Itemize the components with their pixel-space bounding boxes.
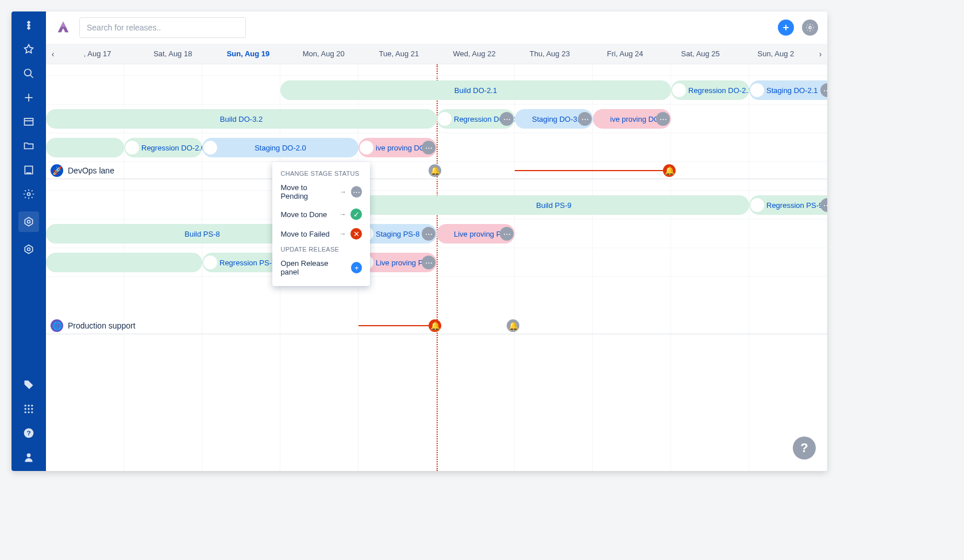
board-icon[interactable] <box>22 115 36 129</box>
help-icon[interactable]: ? <box>22 426 36 440</box>
stage-live-ps8[interactable]: Live proving PS-8⋯ <box>437 224 515 244</box>
search-input[interactable] <box>79 17 246 38</box>
more-icon[interactable]: ⋯ <box>578 112 592 126</box>
stage-label: Staging DO-2.0 <box>255 144 306 152</box>
more-icon[interactable]: ⋯ <box>422 141 435 155</box>
more-icon[interactable]: ⋯ <box>672 83 686 97</box>
date-cell[interactable]: Fri, Aug 24 <box>587 49 662 58</box>
stage-build-ps7-tail[interactable] <box>46 253 202 272</box>
star-icon[interactable] <box>22 43 36 56</box>
more-icon[interactable]: ⋯ <box>422 227 435 241</box>
page-icon[interactable] <box>22 163 36 177</box>
date-next-button[interactable]: › <box>813 49 827 59</box>
apps-icon[interactable] <box>22 402 36 416</box>
stage-label: Regression DO-2.1 <box>688 86 749 95</box>
more-icon[interactable]: ⋯ <box>656 112 670 126</box>
date-cell[interactable]: Mon, Aug 20 <box>286 49 361 58</box>
date-cell[interactable]: Sat, Aug 25 <box>663 49 738 58</box>
folder-icon[interactable] <box>22 139 36 153</box>
menu-label: Move to Done <box>280 210 327 219</box>
date-cell[interactable]: Wed, Aug 22 <box>437 49 512 58</box>
date-cell[interactable]: Thu, Aug 23 <box>512 49 587 58</box>
jira-icon[interactable] <box>22 18 36 32</box>
lane-prodsup[interactable]: 🌐 Production support 🔔 🔔 <box>46 317 827 334</box>
fail-icon: ✕ <box>438 112 452 126</box>
due-range <box>515 170 671 171</box>
date-cell[interactable]: Sun, Aug 2 <box>738 49 813 58</box>
svg-point-0 <box>25 69 32 76</box>
stage-reg-ps9[interactable]: ⋯Regression PS-9⋯ <box>749 195 827 215</box>
pending-icon: ⋯ <box>351 186 362 198</box>
pending-icon: ◷ <box>360 141 373 155</box>
more-icon[interactable]: ⋯ <box>500 227 514 241</box>
stage-build-do32[interactable]: Build DO-3.2 <box>46 109 437 129</box>
plus-icon: + <box>351 262 362 273</box>
fail-icon: ✕ <box>350 228 362 240</box>
svg-point-15 <box>31 405 33 407</box>
svg-point-10 <box>28 221 30 223</box>
stage-live-do20[interactable]: ◷ive proving DO-2.⋯ <box>358 138 437 157</box>
more-icon[interactable]: ⋯ <box>422 256 435 269</box>
date-cell[interactable]: Sun, Aug 19 <box>210 49 286 58</box>
lane-devops[interactable]: 🚀 DevOps lane 🔔 🔔 <box>46 162 827 179</box>
timeline[interactable]: Build DO-2.1 ⋯Regression DO-2.1 ⋯Staging… <box>46 64 827 471</box>
svg-point-14 <box>28 405 29 407</box>
more-icon[interactable]: ⋯ <box>750 198 764 212</box>
lane-label: DevOps lane <box>68 166 114 175</box>
date-prev-button[interactable]: ‹ <box>46 49 60 59</box>
stage-label: Staging DO-3.2 <box>532 115 584 123</box>
stage-live-do32[interactable]: ive proving DO-3.⋯ <box>593 109 671 129</box>
plus-icon[interactable] <box>22 91 36 105</box>
svg-point-24 <box>27 453 31 457</box>
context-menu: CHANGE STAGE STATUS Move to Pending→⋯ Mo… <box>272 162 370 286</box>
search-icon[interactable] <box>22 67 36 80</box>
date-header: ‹ , Aug 17Sat, Aug 18Sun, Aug 19Mon, Aug… <box>46 44 827 64</box>
stage-build-ps9[interactable]: Build PS-9 <box>358 195 749 215</box>
more-icon[interactable]: ⋯ <box>820 83 827 97</box>
row-ps7: ✓Regression PS-7 ✓Staging PS-7 ◷Live pro… <box>46 248 827 277</box>
date-cell[interactable]: Sat, Aug 18 <box>135 49 210 58</box>
more-icon[interactable]: ⋯ <box>500 112 514 126</box>
stage-stg-ps8[interactable]: ◷Staging PS-8⋯ <box>358 224 437 244</box>
hexagon-gear-icon-2[interactable] <box>22 242 36 256</box>
stage-reg-do20[interactable]: ✓Regression DO-2.0 <box>124 138 202 157</box>
stage-reg-do21[interactable]: ⋯Regression DO-2.1 <box>671 80 749 100</box>
stage-build-do21[interactable]: Build DO-2.1 <box>280 80 671 100</box>
stage-reg-do32[interactable]: ✕Regression DO-3.2⋯ <box>437 109 515 129</box>
stage-label: Staging DO-2.1 <box>766 86 818 95</box>
stage-stg-do21[interactable]: ⋯Staging DO-2.1⋯ <box>749 80 827 100</box>
avatar-icon[interactable] <box>22 450 36 464</box>
menu-move-done[interactable]: Move to Done→✓ <box>272 204 370 224</box>
menu-open-release[interactable]: Open Release panel+ <box>272 255 370 280</box>
add-button[interactable] <box>778 20 794 36</box>
gear-icon[interactable] <box>22 187 36 201</box>
bell-icon: 🔔 <box>507 319 519 332</box>
menu-label: Move to Pending <box>280 183 335 200</box>
stage-stg-do20[interactable]: ✓Staging DO-2.0 <box>202 138 358 157</box>
date-cell[interactable]: , Aug 17 <box>60 49 135 58</box>
stage-label: Regression PS-9 <box>766 201 823 210</box>
svg-point-27 <box>809 26 811 29</box>
stage-build-do20-tail[interactable] <box>46 138 124 157</box>
date-cell[interactable]: Tue, Aug 21 <box>361 49 437 58</box>
stage-stg-do32[interactable]: Staging DO-3.2⋯ <box>515 109 593 129</box>
settings-button[interactable] <box>802 20 818 36</box>
main-panel: ‹ , Aug 17Sat, Aug 18Sun, Aug 19Mon, Aug… <box>46 11 827 471</box>
stage-live-ps7[interactable]: ◷Live proving PS-7⋯ <box>358 253 437 272</box>
menu-move-failed[interactable]: Move to Failed→✕ <box>272 224 370 244</box>
stage-reg-ps7[interactable]: ✓Regression PS-7 <box>202 253 280 272</box>
svg-marker-11 <box>25 245 32 254</box>
app-logo-icon <box>55 20 71 36</box>
row-do32: Build DO-3.2 ✕Regression DO-3.2⋯ Staging… <box>46 105 827 133</box>
more-icon[interactable]: ⋯ <box>750 83 764 97</box>
topbar <box>46 11 827 44</box>
help-fab[interactable]: ? <box>793 437 816 459</box>
menu-move-pending[interactable]: Move to Pending→⋯ <box>272 179 370 204</box>
lane-label: Production support <box>68 321 136 330</box>
tag-icon[interactable] <box>22 378 36 392</box>
menu-label: Open Release panel <box>280 259 346 276</box>
stage-label: Build PS-8 <box>184 230 219 238</box>
hexagon-gear-icon[interactable] <box>18 211 39 232</box>
svg-marker-9 <box>25 218 32 226</box>
rows: Build DO-2.1 ⋯Regression DO-2.1 ⋯Staging… <box>46 64 827 471</box>
